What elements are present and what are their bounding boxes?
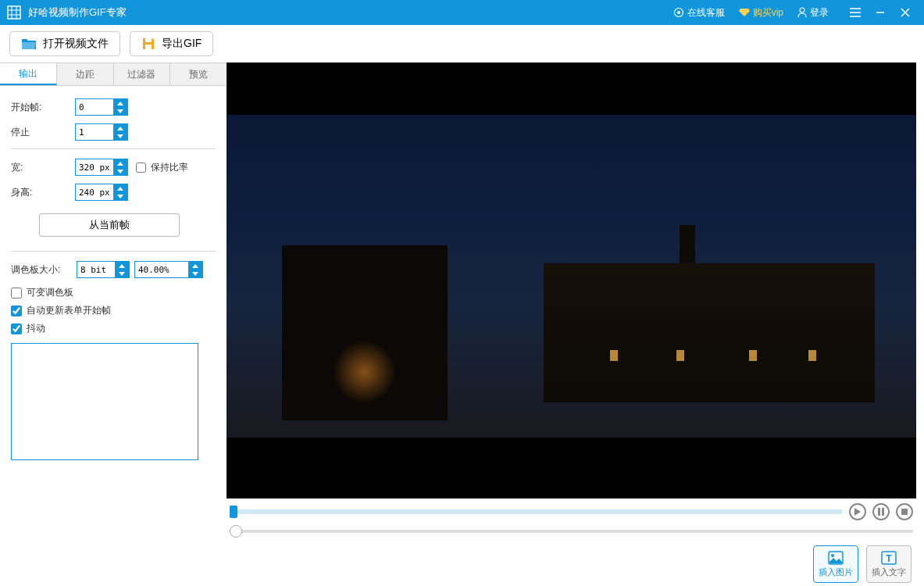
dither-checkbox[interactable]: 抖动 <box>11 322 216 335</box>
height-label: 身高: <box>11 186 75 199</box>
palette-preview-box <box>11 343 198 460</box>
playback-slider-row <box>227 503 916 520</box>
pause-icon <box>877 508 885 516</box>
customer-service-link[interactable]: 在线客服 <box>673 6 725 20</box>
slider-thumb[interactable] <box>230 506 237 518</box>
height-stepper[interactable] <box>75 184 128 201</box>
output-panel: 开始帧: 停止 宽: <box>0 86 227 473</box>
open-video-button[interactable]: 打开视频文件 <box>9 31 120 56</box>
keep-ratio-checkbox[interactable]: 保持比率 <box>136 161 188 174</box>
stop-stepper[interactable] <box>75 123 128 141</box>
playback-slider[interactable] <box>230 509 843 514</box>
stop-button[interactable] <box>896 503 913 520</box>
svg-rect-14 <box>145 38 152 42</box>
variable-palette-checkbox[interactable]: 可变调色板 <box>11 286 216 299</box>
tab-preview[interactable]: 预览 <box>170 63 227 85</box>
diamond-icon <box>739 8 750 17</box>
start-frame-stepper[interactable] <box>75 98 128 116</box>
stop-icon <box>901 508 908 516</box>
sidebar: 输出 边距 过滤器 预览 开始帧: 停止 宽: <box>0 63 227 586</box>
play-button[interactable] <box>849 503 866 520</box>
content-area: 插入图片 T 插入文字 <box>227 63 924 586</box>
tab-margin[interactable]: 边距 <box>57 63 114 85</box>
start-frame-label: 开始帧: <box>11 101 75 114</box>
titlebar: 好哈视频制作GIF专家 在线客服 购买vip 登录 <box>0 0 924 25</box>
width-stepper[interactable] <box>75 159 128 176</box>
range-slider[interactable] <box>230 530 913 533</box>
palette-bits-stepper[interactable] <box>77 261 130 278</box>
range-thumb[interactable] <box>230 525 242 538</box>
stepper-down[interactable] <box>113 107 127 115</box>
hamburger-icon <box>850 8 861 17</box>
stop-label: 停止 <box>11 126 75 139</box>
height-input[interactable] <box>76 184 113 200</box>
save-icon <box>141 37 155 51</box>
stop-input[interactable] <box>76 124 113 140</box>
svg-point-20 <box>831 554 834 557</box>
svg-point-7 <box>800 8 804 13</box>
tab-filter[interactable]: 过滤器 <box>114 63 171 85</box>
palette-bits-input[interactable] <box>77 262 115 277</box>
bottom-actions: 插入图片 T 插入文字 <box>227 542 916 586</box>
svg-point-6 <box>677 11 680 14</box>
toolbar: 打开视频文件 导出GIF <box>0 25 924 63</box>
folder-icon <box>21 38 37 50</box>
user-icon <box>797 7 807 18</box>
stepper-up[interactable] <box>113 99 127 107</box>
width-input[interactable] <box>76 159 113 175</box>
minimize-button[interactable] <box>868 0 893 25</box>
svg-rect-15 <box>145 45 152 49</box>
app-title: 好哈视频制作GIF专家 <box>28 5 127 20</box>
svg-rect-18 <box>901 509 908 515</box>
sidebar-tabs: 输出 边距 过滤器 预览 <box>0 63 227 86</box>
export-gif-button[interactable]: 导出GIF <box>130 31 213 56</box>
svg-rect-16 <box>878 508 880 516</box>
buy-vip-link[interactable]: 购买vip <box>739 6 783 20</box>
insert-text-button[interactable]: T 插入文字 <box>866 545 912 583</box>
start-frame-input[interactable] <box>76 99 113 115</box>
svg-rect-0 <box>8 6 20 19</box>
from-current-frame-button[interactable]: 从当前帧 <box>39 213 180 237</box>
pause-button[interactable] <box>872 503 890 520</box>
play-icon <box>854 508 862 516</box>
svg-text:T: T <box>886 553 892 564</box>
width-label: 宽: <box>11 161 75 174</box>
text-icon: T <box>881 551 897 565</box>
palette-pct-input[interactable] <box>135 262 188 277</box>
login-link[interactable]: 登录 <box>797 6 829 20</box>
close-icon <box>901 8 910 17</box>
palette-pct-stepper[interactable] <box>134 261 203 278</box>
svg-rect-17 <box>882 508 884 516</box>
auto-update-checkbox[interactable]: 自动更新表单开始帧 <box>11 304 216 317</box>
palette-size-label: 调色板大小: <box>11 263 72 277</box>
image-icon <box>828 551 844 565</box>
insert-image-button[interactable]: 插入图片 <box>813 545 858 583</box>
app-logo-icon <box>6 5 22 20</box>
range-slider-row <box>227 520 916 542</box>
video-preview[interactable] <box>227 63 916 498</box>
menu-button[interactable] <box>843 0 868 25</box>
headset-icon <box>673 7 684 18</box>
close-button[interactable] <box>893 0 918 25</box>
tab-output[interactable]: 输出 <box>0 63 57 85</box>
minimize-icon <box>876 8 885 17</box>
